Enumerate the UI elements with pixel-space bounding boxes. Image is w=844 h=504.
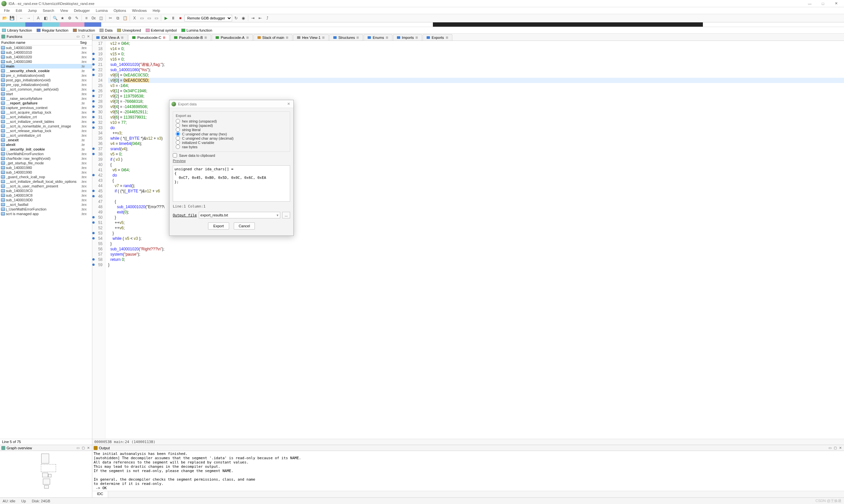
nav-segment[interactable] (433, 22, 703, 27)
navigation-band[interactable] (0, 22, 844, 27)
save-icon[interactable]: 💾 (8, 15, 15, 21)
code-line[interactable]: v9[1] = 0x34FC1946; (108, 88, 844, 93)
tab-hex-view-1[interactable]: Hex View-1⊠ (293, 34, 329, 40)
menu-help[interactable]: Help (150, 8, 163, 13)
export-option-radio[interactable] (176, 123, 180, 127)
function-row[interactable]: sub_140001020.tex (0, 55, 92, 59)
function-row[interactable]: sub_140001980.tex (0, 165, 92, 170)
browse-button[interactable]: ... (282, 212, 290, 218)
open-icon[interactable]: 📂 (1, 15, 8, 21)
code-line[interactable]: v3 = -1i64; (108, 83, 844, 88)
function-row[interactable]: pre_cpp_initialization(void).tex (0, 82, 92, 87)
breakpoint-dot-icon[interactable] (92, 53, 94, 55)
breakpoint-dot-icon[interactable] (92, 148, 94, 150)
function-row[interactable]: __scrt_fastfail.tex (0, 202, 92, 207)
output-tab-idc[interactable]: IDC (92, 491, 108, 498)
graph-canvas[interactable] (0, 451, 92, 498)
pane-detach-icon[interactable]: ▭ (75, 34, 80, 39)
clipboard-checkbox[interactable] (173, 153, 177, 158)
hex-icon[interactable]: 0x (90, 15, 97, 21)
output-detach-icon[interactable]: ▭ (828, 446, 832, 450)
tab-exports[interactable]: Exports⊠ (423, 34, 452, 40)
breakpoint-dot-icon[interactable] (92, 264, 94, 266)
tab-close-icon[interactable]: ⊠ (356, 36, 359, 39)
tab-close-icon[interactable]: ⊠ (246, 36, 249, 39)
graph-close-icon[interactable]: ✕ (86, 446, 91, 450)
tab-structures[interactable]: Structures⊠ (329, 34, 363, 40)
menu-lumina[interactable]: Lumina (93, 8, 110, 13)
breakpoint-dot-icon[interactable] (92, 90, 94, 92)
code-line[interactable]: sub_140001020("请输入flag:"); (108, 62, 844, 67)
code-line[interactable]: } (108, 241, 844, 247)
tab-close-icon[interactable]: ⊠ (162, 36, 166, 39)
function-row[interactable]: _get_startup_file_mode.tex (0, 161, 92, 165)
breakpoint-dot-icon[interactable] (92, 174, 94, 176)
menu-jump[interactable]: Jump (25, 8, 39, 13)
function-row[interactable]: __security_check_cookie.te (0, 69, 92, 73)
output-close-icon[interactable]: ✕ (838, 446, 843, 450)
col-seg[interactable]: Seg (80, 40, 92, 44)
output-text[interactable]: The initial autoanalysis has been finish… (92, 451, 844, 491)
breakpoint-dot-icon[interactable] (92, 153, 94, 155)
paste-icon[interactable]: 📋 (122, 15, 128, 21)
menu-windows[interactable]: Windows (129, 8, 149, 13)
tab-close-icon[interactable]: ⊠ (385, 36, 389, 39)
breakpoint-dot-icon[interactable] (92, 63, 94, 66)
export-option-radio[interactable] (176, 145, 180, 149)
menu-view[interactable]: View (57, 8, 71, 13)
tab-close-icon[interactable]: ⊠ (415, 36, 418, 39)
output-file-combo[interactable]: export_results.txt ▾ (199, 212, 280, 218)
debugger-select[interactable]: Remote GDB debugger (184, 15, 232, 21)
dialog-close-icon[interactable]: ✕ (286, 101, 291, 107)
menu-edit[interactable]: Edit (13, 8, 25, 13)
function-row[interactable]: sub_140001000.tex (0, 46, 92, 50)
breakpoint-dot-icon[interactable] (92, 116, 94, 118)
breakpoint-dot-icon[interactable] (92, 74, 94, 76)
breakpoint-dot-icon[interactable] (92, 100, 94, 103)
export-option-radio[interactable] (176, 136, 180, 140)
function-row[interactable]: __security_init_cookie.te (0, 147, 92, 151)
code-line[interactable]: return 0; (108, 257, 844, 262)
function-row[interactable]: __raise_securityfailure.tex (0, 96, 92, 101)
copy-icon[interactable]: ⧉ (115, 15, 121, 21)
breakpoint-dot-icon[interactable] (92, 216, 94, 218)
function-row[interactable]: capture_previous_context.tex (0, 105, 92, 110)
function-row[interactable]: _guard_check_icall_nop.tex (0, 175, 92, 179)
minimize-button[interactable]: — (803, 0, 816, 7)
nav-segment[interactable] (25, 22, 42, 27)
close-button[interactable]: ✕ (829, 0, 843, 7)
menu-debugger[interactable]: Debugger (71, 8, 92, 13)
function-row[interactable]: __scrt_is_nonwritable_in_current_image.t… (0, 124, 92, 128)
tab-close-icon[interactable]: ⊠ (204, 36, 207, 39)
tab-close-icon[interactable]: ⊠ (286, 36, 289, 39)
code-line[interactable]: v14 = 0; (108, 46, 844, 51)
preview-box[interactable]: unsigned char ida_chars[] = { 0xC7, 0x45… (173, 165, 290, 202)
menu-options[interactable]: Options (111, 8, 129, 13)
dbg5-icon[interactable]: ⤴ (264, 15, 271, 21)
tab-pseudocode-c[interactable]: Pseudocode-C⊠ (128, 34, 170, 40)
xref-icon[interactable]: X (131, 15, 138, 21)
function-row[interactable]: _onexit.te (0, 138, 92, 142)
function-row[interactable]: j_UserMathErrorFunction.tex (0, 207, 92, 212)
function-row[interactable]: sub_1400019C8.tex (0, 193, 92, 198)
functions-list[interactable]: sub_140001000.texsub_140001010.texsub_14… (0, 46, 92, 439)
export-option-radio[interactable] (176, 140, 180, 145)
text-icon[interactable]: A (35, 15, 41, 21)
function-row[interactable]: sub_1400019D0.tex (0, 198, 92, 202)
code-line[interactable]: sub_140001020("Right???\n"); (108, 247, 844, 252)
breakpoint-dot-icon[interactable] (92, 58, 94, 60)
function-row[interactable]: __report_gsfailure.te (0, 101, 92, 105)
code-line[interactable]: v16 = 0; (108, 57, 844, 62)
cancel-button[interactable]: Cancel (234, 222, 255, 230)
function-row[interactable]: sub_140001010.tex (0, 50, 92, 55)
breakpoint-dot-icon[interactable] (92, 237, 94, 239)
function-row[interactable]: pre_c_initialization(void).tex (0, 73, 92, 78)
misc3-icon[interactable]: ▭ (153, 15, 159, 21)
breakpoint-dot-icon[interactable] (92, 190, 94, 192)
function-row[interactable]: __scrt_release_startup_lock.tex (0, 128, 92, 133)
code-line[interactable]: v9[2] = 119759538; (108, 93, 844, 99)
tab-ida-view-a[interactable]: IDA View-A⊠ (92, 34, 127, 40)
breakpoint-dot-icon[interactable] (92, 121, 94, 124)
stop-icon[interactable]: ■ (177, 15, 184, 21)
graph-detach-icon[interactable]: ▭ (75, 446, 80, 450)
